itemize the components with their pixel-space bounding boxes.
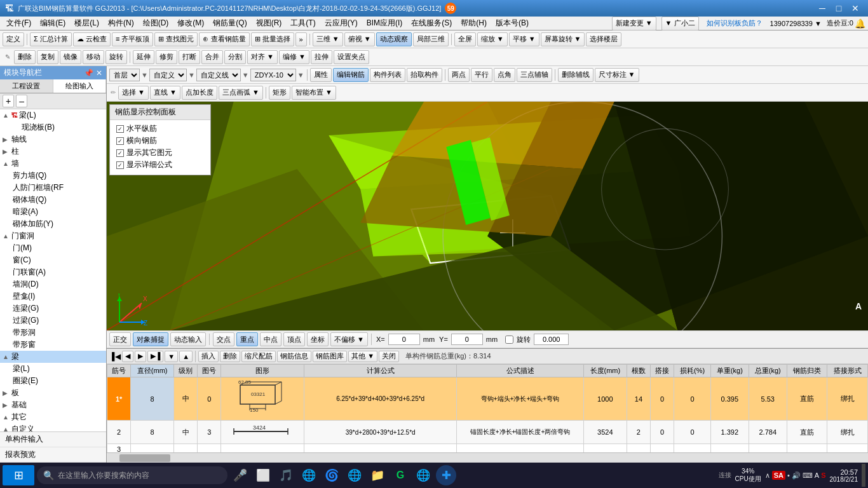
- tree-item-liang-L[interactable]: ▲ 🏗 梁(L): [0, 109, 106, 121]
- taskbar-app-plus[interactable]: ✚: [436, 465, 456, 485]
- custom-select[interactable]: 自定义: [149, 69, 187, 81]
- tree-item-door[interactable]: 门(M): [0, 242, 106, 254]
- pickup-component-button[interactable]: 抬取构件: [407, 68, 442, 82]
- nav-close-icon[interactable]: ✕: [96, 69, 102, 78]
- set-grip-button[interactable]: 设置夹点: [334, 50, 369, 64]
- floor-select[interactable]: 首层: [109, 69, 140, 81]
- nav-add-tool[interactable]: +: [3, 95, 14, 107]
- screen-rotate-button[interactable]: 屏幕旋转 ▼: [541, 32, 585, 46]
- tree-item-window[interactable]: 窗(C): [0, 254, 106, 266]
- pan-button[interactable]: 平移 ▼: [509, 32, 539, 46]
- taskbar-app-edge[interactable]: 🌀: [322, 465, 342, 485]
- menu-cloud[interactable]: 云应用(Y): [321, 17, 362, 30]
- tree-item-beam-L[interactable]: 梁(L): [0, 363, 106, 375]
- 3d-button[interactable]: 三维 ▼: [313, 32, 343, 46]
- other-button[interactable]: 其他 ▼: [348, 351, 377, 362]
- tree-item-wall-opening[interactable]: 墙洞(D): [0, 278, 106, 290]
- tree-item-custom[interactable]: ▲ 自定义: [0, 423, 106, 431]
- col-diam[interactable]: 直径(mm): [131, 365, 174, 377]
- tree-item-strip-window[interactable]: 带形窗: [0, 339, 106, 351]
- zdyx-select[interactable]: ZDYX-10: [250, 69, 296, 81]
- taskbar-app-folder[interactable]: 📁: [367, 465, 388, 485]
- define-button[interactable]: 定义: [3, 32, 24, 46]
- cb-horizontal[interactable]: 水平纵筋: [116, 123, 204, 135]
- show-desktop-button[interactable]: [862, 464, 865, 487]
- smart-layout-button[interactable]: 智能布置 ▼: [292, 86, 336, 100]
- taskbar-app-globe[interactable]: 🌐: [413, 465, 433, 485]
- three-points-button[interactable]: 三点辅轴: [517, 68, 552, 82]
- stretch-button[interactable]: 拉伸: [311, 50, 332, 64]
- close-button[interactable]: ✕: [848, 2, 863, 15]
- rebar-info-button[interactable]: 钢筋信息: [277, 351, 311, 362]
- mirror-button[interactable]: 镜像: [60, 50, 81, 64]
- line-button[interactable]: 直线 ▼: [150, 86, 180, 100]
- parallel-button[interactable]: 平行: [471, 68, 492, 82]
- properties-button[interactable]: 属性: [310, 68, 332, 82]
- taskbar-app-mic[interactable]: 🎤: [230, 465, 250, 485]
- menu-file[interactable]: 文件(F): [3, 17, 35, 30]
- no-offset-button[interactable]: 不偏移 ▼: [330, 332, 368, 346]
- local-3d-button[interactable]: 局部三维: [413, 32, 449, 46]
- minimize-button[interactable]: ─: [815, 2, 830, 15]
- taskbar-app-music[interactable]: 🎵: [276, 465, 296, 485]
- tree-item-lintel[interactable]: 过梁(G): [0, 315, 106, 327]
- h-scrollbar[interactable]: [107, 452, 868, 463]
- point-length-button[interactable]: 点加长度: [182, 86, 217, 100]
- close-table-button[interactable]: 关闭: [379, 351, 399, 362]
- top-view-button[interactable]: 俯视 ▼: [344, 32, 375, 46]
- menu-version[interactable]: 版本号(B): [492, 17, 532, 30]
- delete-aux-button[interactable]: 删除辅线: [558, 68, 593, 82]
- menu-rebar-qty[interactable]: 钢筋量(Q): [209, 17, 250, 30]
- taskbar-app-task[interactable]: ⬜: [253, 465, 273, 485]
- nav-minus-tool[interactable]: –: [16, 95, 27, 107]
- rebar-library-button[interactable]: 钢筋图库: [313, 351, 347, 362]
- tree-item-slab[interactable]: ▶ 板: [0, 387, 106, 399]
- rectangle-button[interactable]: 矩形: [269, 86, 290, 100]
- sound-icon[interactable]: 🔊: [792, 471, 801, 480]
- rotate-input[interactable]: 0.000: [534, 334, 569, 345]
- cell-diam-3[interactable]: [131, 444, 174, 453]
- nav-pin-icon[interactable]: 📌: [84, 69, 93, 78]
- calc-summary-button[interactable]: Σ 汇总计算: [30, 32, 72, 46]
- scale-rebar-button[interactable]: 缩尺配筋: [241, 351, 276, 362]
- cloud-check-button[interactable]: ☁ 云检查: [73, 32, 111, 46]
- tree-item-hidden-beam[interactable]: 暗梁(A): [0, 206, 106, 218]
- view-rebar-button[interactable]: ⊕ 查看钢筋量: [199, 32, 249, 46]
- menu-modify[interactable]: 修改(M): [173, 17, 208, 30]
- level-board-button[interactable]: ≡ 齐平板顶: [112, 32, 153, 46]
- tree-item-axis[interactable]: ▶ 轴线: [0, 133, 106, 146]
- tree-item-door-window[interactable]: ▲ 门窗洞: [0, 230, 106, 242]
- delete-row-button[interactable]: 删除: [220, 351, 240, 362]
- tab-project-settings[interactable]: 工程设置: [0, 79, 53, 93]
- tree-item-niche[interactable]: 壁龛(I): [0, 290, 106, 302]
- batch-select-button[interactable]: ⊞ 批量选择: [251, 32, 294, 46]
- tree-item-beam-group[interactable]: ▲ 梁: [0, 351, 106, 363]
- nav-down-button[interactable]: ▼: [165, 351, 178, 362]
- cell-diam[interactable]: 8: [131, 377, 174, 421]
- 3d-viewport[interactable]: 钢筋显示控制面板 水平纵筋 横向钢筋 显示其它图元 显示详细公式: [107, 102, 868, 330]
- coordinate-button[interactable]: 坐标: [307, 332, 329, 346]
- cb-detail-formula[interactable]: 显示详细公式: [116, 159, 204, 171]
- menu-component[interactable]: 构件(N): [104, 17, 138, 30]
- y-input[interactable]: 0: [451, 334, 483, 345]
- split-button[interactable]: 分割: [224, 50, 246, 64]
- nav-prev-button[interactable]: ◀: [122, 351, 133, 362]
- tree-item-ring-beam[interactable]: 圈梁(E): [0, 375, 106, 387]
- menu-edit[interactable]: 编辑(E): [36, 17, 69, 30]
- dim-mark-button[interactable]: 尺寸标注 ▼: [595, 68, 639, 82]
- move-button[interactable]: 移动: [83, 50, 104, 64]
- edit-rebar-button[interactable]: 编辑钢筋: [333, 68, 369, 82]
- cb-detail-formula-check[interactable]: [116, 161, 124, 169]
- tree-item-foundation[interactable]: ▶ 基础: [0, 399, 106, 411]
- dynamic-observe-button[interactable]: 动态观察: [376, 32, 412, 46]
- tree-item-column[interactable]: ▶ 柱: [0, 146, 106, 158]
- taskbar-search[interactable]: 🔍 在这里输入你要搜索的内容: [37, 466, 227, 484]
- tree-item-strip-opening[interactable]: 带形洞: [0, 327, 106, 339]
- maximize-button[interactable]: □: [831, 2, 846, 15]
- tree-item-coupling-beam[interactable]: 连梁(G): [0, 302, 106, 315]
- tree-item-masonry-rebar[interactable]: 砌体加筋(Y): [0, 218, 106, 230]
- component-list-button[interactable]: 构件列表: [370, 68, 405, 82]
- tree-item-shear-wall[interactable]: 剪力墙(Q): [0, 170, 106, 182]
- vertex-button[interactable]: 顶点: [283, 332, 305, 346]
- intersection-button[interactable]: 交点: [213, 332, 234, 346]
